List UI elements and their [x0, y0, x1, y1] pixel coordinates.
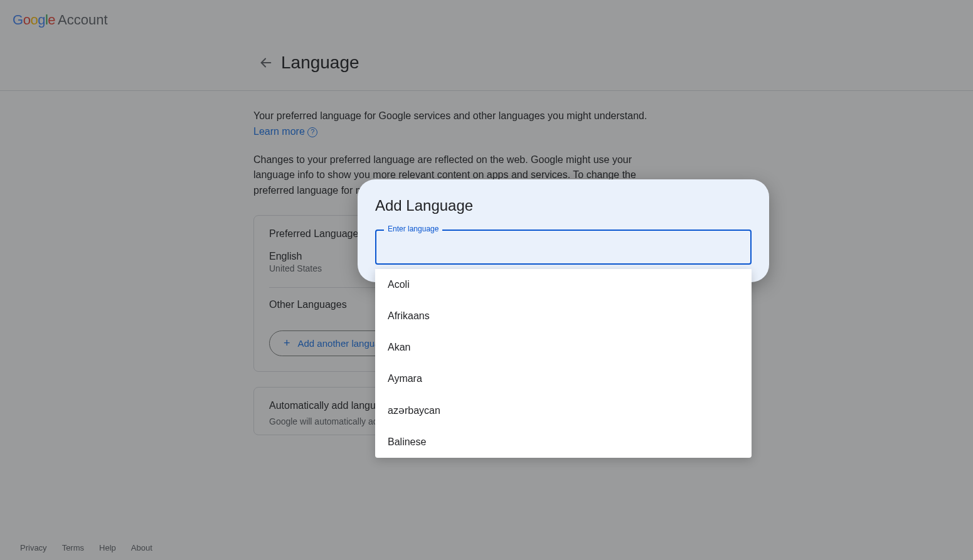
language-input[interactable] — [375, 230, 752, 265]
language-option[interactable]: Akan — [375, 332, 752, 363]
language-dropdown[interactable]: AcoliAfrikaansAkanAymaraazərbaycanBaline… — [375, 269, 752, 458]
language-option[interactable]: Afrikaans — [375, 300, 752, 332]
language-option[interactable]: Aymara — [375, 363, 752, 394]
add-language-dialog: Add Language Enter language AcoliAfrikaa… — [358, 179, 769, 282]
language-option[interactable]: azərbaycan — [375, 394, 752, 426]
language-option[interactable]: Balinese — [375, 426, 752, 458]
language-field: Enter language AcoliAfrikaansAkanAymaraa… — [375, 230, 752, 265]
dialog-title: Add Language — [375, 197, 752, 214]
language-option[interactable]: Acoli — [375, 269, 752, 300]
language-field-label: Enter language — [384, 225, 442, 233]
